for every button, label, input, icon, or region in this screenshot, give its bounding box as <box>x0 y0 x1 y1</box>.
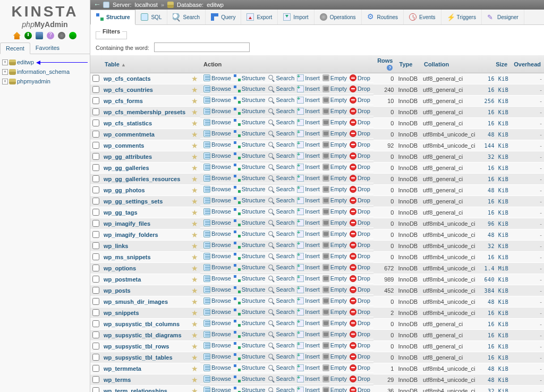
drop-link[interactable]: Drop <box>358 387 370 392</box>
row-checkbox[interactable] <box>92 142 99 149</box>
tab-sql[interactable]: SQL <box>135 10 167 24</box>
favorite-star-icon[interactable]: ★ <box>191 141 198 150</box>
row-checkbox[interactable] <box>92 175 99 182</box>
search-link[interactable]: Search <box>276 376 294 382</box>
browse-link[interactable]: Browse <box>211 219 231 226</box>
tab-export[interactable]: Export <box>241 10 278 24</box>
table-scroll[interactable]: Table ▲ Action Rows ? Type Collation Siz… <box>90 55 544 392</box>
insert-link[interactable]: Insert <box>305 297 320 304</box>
size-link[interactable]: 16 KiB <box>488 165 508 171</box>
browse-link[interactable]: Browse <box>211 297 231 304</box>
structure-link[interactable]: Structure <box>242 297 266 304</box>
size-link[interactable]: 48 KiB <box>488 188 508 193</box>
browse-link[interactable]: Browse <box>211 376 231 382</box>
browse-link[interactable]: Browse <box>211 286 231 293</box>
search-link[interactable]: Search <box>276 364 294 371</box>
insert-link[interactable]: Insert <box>305 364 320 371</box>
structure-link[interactable]: Structure <box>242 364 266 371</box>
favorite-star-icon[interactable]: ★ <box>191 309 198 317</box>
insert-link[interactable]: Insert <box>305 387 320 392</box>
insert-link[interactable]: Insert <box>305 175 320 181</box>
search-link[interactable]: Search <box>276 286 294 293</box>
size-link[interactable]: 144 KiB <box>484 143 509 149</box>
insert-link[interactable]: Insert <box>305 186 320 192</box>
favorite-star-icon[interactable]: ★ <box>191 331 198 339</box>
search-link[interactable]: Search <box>276 119 294 125</box>
drop-link[interactable]: Drop <box>358 376 370 382</box>
browse-link[interactable]: Browse <box>211 97 231 103</box>
reload-icon[interactable] <box>69 32 76 39</box>
col-overhead[interactable]: Overhead <box>514 61 541 67</box>
search-link[interactable]: Search <box>276 186 294 192</box>
empty-link[interactable]: Empty <box>330 253 347 259</box>
search-link[interactable]: Search <box>276 297 294 304</box>
insert-link[interactable]: Insert <box>305 264 320 270</box>
col-rows[interactable]: Rows <box>377 57 393 64</box>
browse-link[interactable]: Browse <box>211 152 231 159</box>
table-name-link[interactable]: wp_cfs_forms <box>104 98 143 104</box>
browse-link[interactable]: Browse <box>211 86 231 92</box>
favorite-star-icon[interactable]: ★ <box>191 97 198 105</box>
size-link[interactable]: 16 KiB <box>488 333 508 338</box>
favorite-star-icon[interactable]: ★ <box>191 286 198 295</box>
browse-link[interactable]: Browse <box>211 175 231 181</box>
structure-link[interactable]: Structure <box>242 331 266 337</box>
expand-icon[interactable]: + <box>2 79 8 84</box>
docs-icon[interactable] <box>47 32 54 39</box>
drop-link[interactable]: Drop <box>358 86 370 92</box>
search-link[interactable]: Search <box>276 164 294 170</box>
table-name-link[interactable]: wp_supsystic_tbl_rows <box>104 343 169 350</box>
structure-link[interactable]: Structure <box>242 141 266 148</box>
browse-link[interactable]: Browse <box>211 208 231 215</box>
home-icon[interactable] <box>13 32 21 39</box>
tree-db-name[interactable]: phpmyadmin <box>17 77 50 86</box>
empty-link[interactable]: Empty <box>330 275 347 282</box>
structure-link[interactable]: Structure <box>242 242 266 248</box>
empty-link[interactable]: Empty <box>330 286 347 293</box>
empty-link[interactable]: Empty <box>330 108 347 114</box>
structure-link[interactable]: Structure <box>242 97 266 103</box>
tab-import[interactable]: Import <box>278 10 314 24</box>
row-checkbox[interactable] <box>92 276 99 283</box>
col-size[interactable]: Size <box>496 61 507 67</box>
table-name-link[interactable]: wp_termmeta <box>104 365 141 372</box>
structure-link[interactable]: Structure <box>242 253 266 259</box>
db-link[interactable]: editwp <box>207 2 224 8</box>
table-name-link[interactable]: wp_supsystic_tbl_columns <box>104 321 180 327</box>
empty-link[interactable]: Empty <box>330 97 347 103</box>
structure-link[interactable]: Structure <box>242 130 266 137</box>
browse-link[interactable]: Browse <box>211 309 231 315</box>
row-checkbox[interactable] <box>92 242 99 249</box>
table-name-link[interactable]: wp_gg_settings_sets <box>104 198 163 204</box>
table-name-link[interactable]: wp_supsystic_tbl_diagrams <box>104 332 182 338</box>
drop-link[interactable]: Drop <box>358 164 370 170</box>
browse-link[interactable]: Browse <box>211 387 231 392</box>
insert-link[interactable]: Insert <box>305 108 320 114</box>
favorite-star-icon[interactable]: ★ <box>191 342 198 351</box>
row-checkbox[interactable] <box>92 209 99 216</box>
size-link[interactable]: 256 KiB <box>484 98 509 104</box>
insert-link[interactable]: Insert <box>305 152 320 159</box>
logout-icon[interactable] <box>24 32 32 39</box>
row-checkbox[interactable] <box>92 97 99 104</box>
empty-link[interactable]: Empty <box>330 353 347 360</box>
row-checkbox[interactable] <box>92 331 99 338</box>
row-checkbox[interactable] <box>92 343 99 350</box>
size-link[interactable]: 16 KiB <box>488 76 508 82</box>
insert-link[interactable]: Insert <box>305 119 320 125</box>
browse-link[interactable]: Browse <box>211 253 231 259</box>
favorite-star-icon[interactable]: ★ <box>191 152 198 161</box>
drop-link[interactable]: Drop <box>358 331 370 337</box>
drop-link[interactable]: Drop <box>358 253 370 259</box>
favorite-star-icon[interactable]: ★ <box>191 164 198 172</box>
drop-link[interactable]: Drop <box>358 275 370 282</box>
browse-link[interactable]: Browse <box>211 331 231 337</box>
insert-link[interactable]: Insert <box>305 75 320 81</box>
back-icon[interactable]: ← <box>94 2 100 8</box>
insert-link[interactable]: Insert <box>305 164 320 170</box>
size-link[interactable]: 96 KiB <box>488 221 508 227</box>
tab-query[interactable]: Query <box>206 10 241 24</box>
insert-link[interactable]: Insert <box>305 219 320 226</box>
table-name-link[interactable]: wp_supsystic_tbl_tables <box>104 354 173 361</box>
empty-link[interactable]: Empty <box>330 208 347 215</box>
